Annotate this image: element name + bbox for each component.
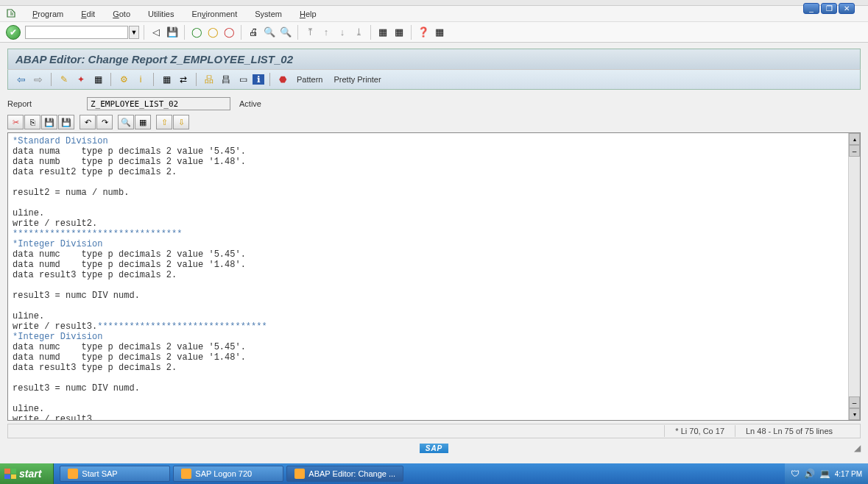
system-tray[interactable]: 🛡 🔊 💻 4:17 PM	[785, 463, 868, 484]
print-icon[interactable]: 🖨	[246, 25, 261, 40]
toolbar-separator	[144, 25, 144, 40]
window-icon[interactable]: ▭	[236, 73, 250, 86]
toolbar-separator	[370, 25, 371, 40]
footer-bar: SAP ◢	[7, 441, 861, 455]
report-row: Report Active	[7, 97, 861, 110]
shortcut-icon[interactable]: ▦	[392, 25, 406, 40]
upload-icon[interactable]: ⇧	[156, 115, 172, 129]
tray-shield-icon[interactable]: 🛡	[791, 469, 800, 479]
save-icon[interactable]: 💾	[165, 25, 180, 40]
cut-icon[interactable]: ✂	[7, 115, 24, 129]
new-session-icon[interactable]: ▦	[375, 25, 390, 40]
test-icon[interactable]: ▦	[91, 73, 105, 86]
menu-environment[interactable]: Environment	[183, 8, 246, 20]
toolbar-separator	[196, 73, 197, 86]
hierarchy-icon[interactable]: 品	[202, 73, 216, 86]
activate-icon[interactable]: ✦	[74, 73, 88, 86]
tray-sound-icon[interactable]: 🔊	[804, 469, 815, 479]
pattern-button[interactable]: Pattern	[292, 74, 327, 85]
resize-grip-icon[interactable]: ◢	[854, 443, 861, 453]
menu-system[interactable]: System	[246, 8, 291, 20]
enhance-icon[interactable]: ⇄	[176, 73, 191, 86]
main-toolbar: ✔ ▼ ◁ 💾 ◯ ◯ ◯ 🖨 🔍 🔍 ⤒ ↑ ↓ ⤓ ▦ ▦ ❓ ▦	[0, 22, 868, 43]
tray-network-icon[interactable]: 💻	[819, 469, 830, 479]
scroll-stop-down-icon[interactable]: –	[849, 396, 860, 408]
pretty-printer-button[interactable]: Pretty Printer	[329, 74, 385, 85]
tray-clock[interactable]: 4:17 PM	[835, 470, 862, 478]
task-label: ABAP Editor: Change ...	[308, 469, 395, 478]
enter-button[interactable]: ✔	[6, 25, 21, 40]
line-range: Ln 48 - Ln 75 of 75 lines	[735, 425, 860, 437]
cursor-position: * Li 70, Co 17	[664, 425, 735, 437]
window-controls: _ ❐ ✕	[803, 3, 855, 14]
check-icon[interactable]: ✎	[57, 73, 71, 86]
toolbar-separator	[241, 25, 241, 40]
menu-bar: Program Edit Goto Utilities Environment …	[0, 6, 868, 22]
layout-icon[interactable]: ▦	[432, 25, 447, 40]
scroll-up-icon[interactable]: ▴	[849, 133, 860, 145]
restore-button[interactable]: ❐	[821, 3, 837, 14]
taskbar-item[interactable]: Start SAP	[60, 466, 170, 482]
find-next-icon[interactable]: 🔍	[278, 25, 293, 40]
vertical-scrollbar[interactable]: ▴ – – ▾	[848, 133, 860, 420]
find-icon[interactable]: 🔍	[262, 25, 277, 40]
paste-icon[interactable]: 💾	[41, 115, 57, 129]
editor-status-bar: * Li 70, Co 17 Ln 48 - Ln 75 of 75 lines	[7, 424, 861, 438]
start-button[interactable]: start	[0, 463, 54, 484]
taskbar-item[interactable]: ABAP Editor: Change ...	[286, 466, 403, 482]
sap-logo: SAP	[420, 444, 449, 453]
exit-icon[interactable]: ◯	[205, 25, 220, 40]
code-editor[interactable]: *Standard Division data numa type p deci…	[7, 132, 861, 421]
back-green-icon[interactable]: ◯	[189, 25, 204, 40]
index-icon[interactable]: i	[133, 73, 148, 86]
bookmark-icon[interactable]: ▦	[135, 115, 151, 129]
menu-goto[interactable]: Goto	[104, 8, 139, 20]
code-area[interactable]: *Standard Division data numa type p deci…	[8, 133, 848, 420]
minimize-button[interactable]: _	[803, 3, 819, 14]
task-label: Start SAP	[82, 469, 117, 478]
page-title: ABAP Editor: Change Report Z_EMPLOYEE_LI…	[15, 53, 853, 65]
download-icon[interactable]: ⇩	[173, 115, 189, 129]
toolbar-separator	[411, 25, 412, 40]
where-used-icon[interactable]: ⚙	[116, 73, 131, 86]
scroll-stop-up-icon[interactable]: –	[849, 145, 860, 157]
scroll-down-icon[interactable]: ▾	[849, 408, 860, 420]
breakpoint-icon[interactable]: ⬣	[275, 73, 290, 86]
nav-forward-icon[interactable]: ⇨	[31, 73, 46, 86]
close-button[interactable]: ✕	[839, 3, 855, 14]
info-icon[interactable]: ℹ	[253, 74, 264, 85]
help-icon[interactable]: ❓	[416, 25, 431, 40]
task-app-icon	[181, 469, 191, 479]
command-dropdown-icon[interactable]: ▼	[129, 26, 139, 39]
toolbar-separator	[184, 25, 185, 40]
copy-icon[interactable]: ⎘	[24, 115, 40, 129]
report-label: Report	[7, 99, 81, 108]
toolbar-separator	[51, 73, 52, 86]
first-page-icon[interactable]: ⤒	[303, 25, 317, 40]
screen-icon[interactable]: 昌	[219, 73, 233, 86]
toolbar-separator	[269, 73, 270, 86]
nav-back-icon[interactable]: ⇦	[14, 73, 29, 86]
secondary-toolbar: ⇦ ⇨ ✎ ✦ ▦ ⚙ i ▦ ⇄ 品 昌 ▭ ℹ ⬣ Pattern Pret…	[7, 69, 861, 90]
undo-icon[interactable]: ↶	[80, 115, 96, 129]
cancel-icon[interactable]: ◯	[222, 25, 236, 40]
toolbar-separator	[110, 73, 111, 86]
menu-program[interactable]: Program	[24, 8, 72, 20]
clipboard-icon[interactable]: 💾	[58, 115, 74, 129]
menu-edit[interactable]: Edit	[72, 8, 104, 20]
menu-help[interactable]: Help	[291, 8, 325, 20]
windows-flag-icon	[4, 469, 16, 479]
back-icon[interactable]: ◁	[149, 25, 163, 40]
taskbar-item[interactable]: SAP Logon 720	[173, 466, 283, 482]
prev-page-icon[interactable]: ↑	[319, 25, 334, 40]
command-field[interactable]	[25, 26, 128, 39]
redo-icon[interactable]: ↷	[96, 115, 113, 129]
windows-taskbar: start Start SAPSAP Logon 720ABAP Editor:…	[0, 463, 868, 484]
other-object-icon[interactable]: ▦	[159, 73, 174, 86]
find-icon[interactable]: 🔍	[118, 115, 134, 129]
scroll-track[interactable]	[849, 157, 860, 396]
menu-utilities[interactable]: Utilities	[139, 8, 183, 20]
next-page-icon[interactable]: ↓	[335, 25, 350, 40]
last-page-icon[interactable]: ⤓	[351, 25, 366, 40]
report-name-input[interactable]	[87, 97, 230, 110]
